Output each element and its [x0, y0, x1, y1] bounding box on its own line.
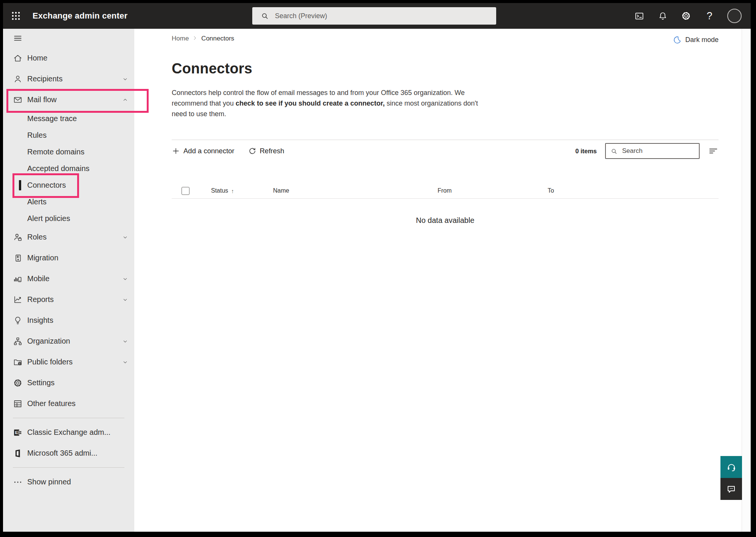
ellipsis-icon — [13, 477, 23, 487]
chevron-right-icon — [192, 35, 197, 42]
page-description: Connectors help control the flow of emai… — [172, 87, 492, 119]
microsoft-365-logo-icon — [13, 448, 23, 458]
help-icon: ? — [706, 11, 712, 21]
topbar-action-icons: ? — [633, 3, 742, 29]
sidebar-item-home[interactable]: Home — [3, 48, 134, 68]
chevron-down-icon — [121, 275, 129, 283]
sidebar-item-alert-policies[interactable]: Alert policies — [3, 210, 134, 227]
add-connector-label: Add a connector — [183, 147, 234, 155]
select-all-checkbox[interactable] — [182, 187, 189, 195]
hamburger-icon — [13, 33, 23, 43]
settings-gear-icon — [681, 11, 691, 21]
app-launcher-button[interactable] — [8, 8, 24, 24]
notifications-icon — [658, 11, 668, 21]
sidebar-item-mobile[interactable]: Mobile — [3, 268, 134, 289]
column-header-status[interactable]: Status ↑ — [211, 187, 273, 194]
sidebar-item-message-trace[interactable]: Message trace — [3, 110, 134, 127]
select-all-cell — [172, 187, 211, 195]
main-content: Home Connectors Dark mode Connectors Con… — [134, 29, 742, 532]
chevron-down-icon — [121, 75, 129, 83]
top-app-bar: Exchange admin center — [3, 3, 751, 29]
column-header-from[interactable]: From — [438, 187, 548, 194]
chevron-down-icon — [121, 233, 129, 241]
sidebar-item-show-pinned[interactable]: Show pinned — [3, 472, 134, 492]
sidebar-item-roles[interactable]: Roles — [3, 227, 134, 247]
mobile-device-icon — [13, 274, 23, 284]
sidebar-item-rules[interactable]: Rules — [3, 127, 134, 143]
powershell-button[interactable] — [633, 10, 645, 22]
list-search-box[interactable] — [605, 143, 700, 159]
status-column-label: Status — [211, 187, 228, 194]
breadcrumb-home-link[interactable]: Home — [172, 35, 189, 42]
breadcrumb: Home Connectors — [172, 29, 719, 42]
org-chart-icon — [13, 336, 23, 346]
global-search-box[interactable] — [252, 7, 496, 25]
svg-text:E: E — [15, 430, 18, 434]
help-button[interactable]: ? — [704, 10, 715, 22]
sidebar-item-microsoft-365-admin[interactable]: Microsoft 365 admi... — [3, 443, 134, 464]
sidebar-item-settings[interactable]: Settings — [3, 372, 134, 393]
mail-icon — [13, 95, 23, 105]
breadcrumb-current: Connectors — [201, 35, 234, 42]
sidebar-item-accepted-domains[interactable]: Accepted domains — [3, 160, 134, 177]
dark-mode-toggle[interactable]: Dark mode — [673, 36, 719, 44]
sidebar-item-connectors[interactable]: Connectors — [3, 177, 134, 193]
create-connector-link[interactable]: check to see if you should create a conn… — [236, 100, 385, 107]
page-title: Connectors — [172, 61, 719, 77]
migration-document-icon — [13, 253, 23, 263]
sidebar-item-public-folders[interactable]: Public folders — [3, 352, 134, 372]
dark-mode-label: Dark mode — [685, 36, 719, 44]
sidebar-divider — [13, 418, 124, 418]
sidebar-item-organization[interactable]: Organization — [3, 331, 134, 352]
exchange-admin-center-window: Exchange admin center — [0, 0, 756, 537]
sidebar-item-other-features[interactable]: Other features — [3, 393, 134, 414]
sidebar-item-remote-domains[interactable]: Remote domains — [3, 143, 134, 160]
sidebar-item-classic-exchange[interactable]: E Classic Exchange adm... — [3, 422, 134, 443]
column-header-name[interactable]: Name — [273, 187, 438, 194]
left-navigation: Home Recipients Mail flow Message trace … — [3, 29, 134, 532]
sidebar-item-insights[interactable]: Insights — [3, 310, 134, 331]
refresh-button[interactable]: Refresh — [248, 147, 284, 155]
support-headset-icon — [726, 462, 737, 472]
support-button[interactable] — [720, 456, 742, 478]
sort-ascending-icon: ↑ — [231, 188, 234, 194]
classic-exchange-logo-icon: E — [13, 428, 23, 437]
chevron-down-icon — [121, 338, 129, 345]
line-chart-icon — [13, 295, 23, 305]
items-count: 0 items — [575, 148, 597, 155]
powershell-icon — [634, 11, 644, 21]
folder-globe-icon — [13, 357, 23, 367]
sidebar-item-mail-flow[interactable]: Mail flow — [3, 89, 134, 110]
notifications-button[interactable] — [657, 10, 668, 22]
sidebar-item-alerts[interactable]: Alerts — [3, 193, 134, 210]
person-icon — [13, 74, 23, 84]
feedback-icon — [726, 484, 736, 494]
feedback-button[interactable] — [720, 478, 742, 500]
refresh-icon — [248, 147, 256, 155]
home-icon — [13, 53, 23, 63]
filter-icon — [708, 146, 719, 156]
list-search-input[interactable] — [621, 147, 699, 155]
table-header-row: Status ↑ Name From To — [172, 183, 719, 199]
empty-table-message: No data available — [172, 216, 719, 225]
connectors-toolbar: Add a connector Refresh 0 items — [172, 140, 719, 162]
chevron-up-icon — [121, 96, 129, 104]
settings-button[interactable] — [680, 10, 692, 22]
search-icon — [610, 148, 618, 155]
gear-icon — [13, 378, 23, 388]
add-connector-button[interactable]: Add a connector — [172, 147, 234, 155]
add-icon — [172, 147, 180, 155]
chevron-down-icon — [121, 296, 129, 304]
sidebar-item-recipients[interactable]: Recipients — [3, 68, 134, 89]
filter-button[interactable] — [708, 146, 719, 156]
account-avatar[interactable] — [727, 9, 742, 23]
selected-indicator — [19, 180, 21, 190]
sidebar-item-migration[interactable]: Migration — [3, 247, 134, 268]
sidebar-item-reports[interactable]: Reports — [3, 289, 134, 310]
roles-person-badge-icon — [13, 232, 23, 242]
global-search-input[interactable] — [274, 12, 496, 20]
lightbulb-icon — [13, 316, 23, 325]
collapse-nav-button[interactable] — [3, 29, 134, 48]
column-header-to[interactable]: To — [548, 187, 719, 194]
scrollbar-track[interactable] — [742, 29, 751, 532]
